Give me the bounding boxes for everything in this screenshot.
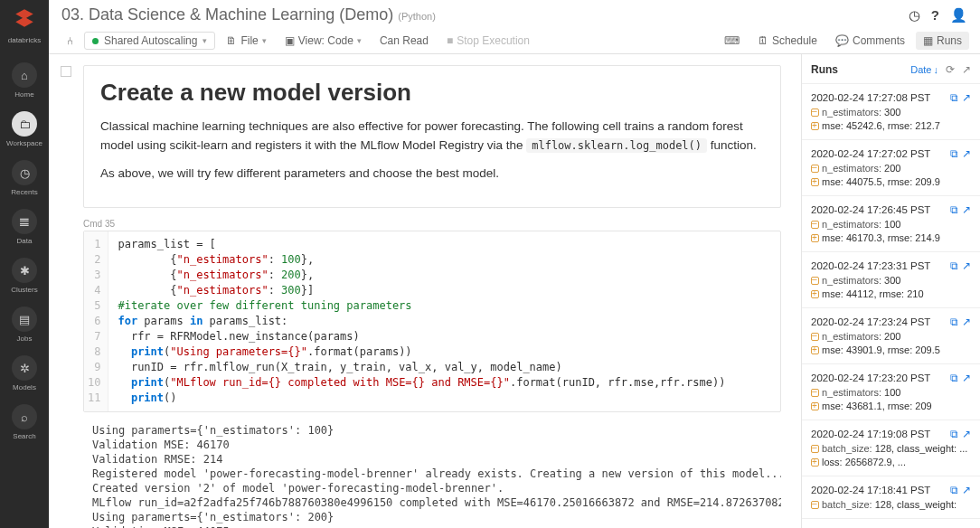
cell-output: Using paramerts={'n_estimators': 100} Va… [83, 418, 781, 528]
run-item[interactable]: 2020-02-24 17:19:08 PST⧉↗ batch_size: 12… [802, 420, 980, 476]
databricks-logo-icon [13, 7, 36, 31]
image-icon: ▣ [285, 34, 295, 47]
database-icon: 𝌆 [12, 209, 37, 234]
run-item[interactable]: 2020-02-24 17:27:02 PST⧉↗ n_estimators: … [802, 140, 980, 196]
calendar-icon: ▤ [12, 306, 37, 332]
sidebar-item-jobs[interactable]: ▤ Jobs [0, 299, 49, 348]
code-editor[interactable]: params_list = [ {"n_estimators": 100}, {… [108, 231, 734, 411]
external-link-icon[interactable]: ↗ [962, 203, 971, 216]
param-collapse-icon[interactable] [811, 108, 819, 117]
folder-icon: 🗀 [12, 111, 37, 137]
metric-expand-icon[interactable] [811, 458, 819, 467]
param-collapse-icon[interactable] [811, 501, 819, 509]
file-menu[interactable]: 🗎 File ▾ [219, 32, 273, 50]
metric-expand-icon[interactable] [811, 402, 819, 410]
sidebar-item-clusters[interactable]: ✱ Clusters [0, 250, 49, 299]
notebook-body: Create a new model version Classical mac… [49, 54, 801, 528]
detach-icon[interactable]: ⑃ [60, 32, 80, 50]
param-collapse-icon[interactable] [811, 333, 819, 341]
external-link-icon[interactable]: ↗ [962, 63, 971, 76]
calendar-icon: 🗓 [758, 34, 768, 47]
copy-icon[interactable]: ⧉ [950, 203, 958, 216]
run-item[interactable]: 2020-02-24 17:27:08 PST⧉↗ n_estimators: … [802, 84, 980, 140]
run-item[interactable]: 2020-02-24 17:23:20 PST⧉↗ n_estimators: … [802, 364, 980, 420]
copy-icon[interactable]: ⧉ [950, 91, 958, 104]
notebook-toolbar: ⑃ Shared Autoscaling ▾ 🗎 File ▾ ▣ View: … [49, 28, 980, 54]
models-icon: ✲ [12, 355, 37, 381]
metric-expand-icon[interactable] [811, 234, 819, 242]
sidebar-item-search[interactable]: ⌕ Search [0, 397, 49, 446]
run-item[interactable]: 2020-02-24 17:23:24 PST⧉↗ n_estimators: … [802, 308, 980, 364]
home-icon: ⌂ [12, 62, 37, 88]
search-icon: ⌕ [12, 404, 37, 429]
file-icon: 🗎 [226, 34, 237, 47]
copy-icon[interactable]: ⧉ [950, 484, 958, 496]
metric-expand-icon[interactable] [811, 122, 819, 130]
sidebar-item-workspace[interactable]: 🗀 Workspace [0, 104, 49, 153]
cluster-icon: ✱ [12, 258, 37, 283]
external-link-icon[interactable]: ↗ [962, 316, 971, 328]
md-paragraph-1b: function. [711, 138, 757, 152]
arrow-down-icon: ↓ [934, 64, 939, 75]
run-item[interactable]: 2020-02-24 17:23:31 PST⧉↗ n_estimators: … [802, 252, 980, 308]
cell-collapse-toggle[interactable] [61, 66, 71, 77]
runs-toggle-button[interactable]: ▦ Runs [916, 32, 969, 50]
metric-expand-icon[interactable] [811, 178, 819, 186]
md-heading: Create a new model version [100, 79, 764, 107]
chevron-down-icon: ▾ [357, 36, 362, 45]
status-dot-icon [92, 38, 99, 44]
help-icon[interactable]: ? [931, 7, 939, 24]
sidebar-item-data[interactable]: 𝌆 Data [0, 202, 49, 250]
left-sidebar: databricks ⌂ Home 🗀 Workspace ◷ Recents … [0, 0, 49, 528]
sidebar-item-recents[interactable]: ◷ Recents [0, 153, 49, 202]
markdown-cell[interactable]: Create a new model version Classical mac… [83, 65, 781, 208]
refresh-icon[interactable]: ⟳ [946, 63, 955, 76]
line-gutter: 1234567891011 [84, 231, 108, 411]
notebook-header: 03. Data Science & Machine Learning (Dem… [49, 0, 980, 28]
schedule-button[interactable]: 🗓 Schedule [750, 32, 825, 50]
external-link-icon[interactable]: ↗ [962, 147, 971, 160]
param-collapse-icon[interactable] [811, 221, 819, 229]
copy-icon[interactable]: ⧉ [950, 372, 958, 384]
run-item[interactable]: 2020-02-24 17:18:41 PST⧉↗ batch_size: 12… [802, 476, 980, 519]
metric-expand-icon[interactable] [811, 346, 819, 354]
param-collapse-icon[interactable] [811, 165, 819, 173]
runs-sort-button[interactable]: Date ↓ [910, 64, 938, 75]
run-timestamp: 2020-02-24 17:18:41 PST [811, 485, 947, 495]
keyboard-icon[interactable]: ⌨ [717, 32, 747, 50]
cluster-selector[interactable]: Shared Autoscaling ▾ [84, 32, 215, 50]
external-link-icon[interactable]: ↗ [962, 428, 971, 440]
external-link-icon[interactable]: ↗ [962, 91, 971, 104]
stop-icon: ■ [447, 34, 453, 47]
comment-icon: 💬 [835, 34, 849, 47]
copy-icon[interactable]: ⧉ [950, 259, 958, 272]
external-link-icon[interactable]: ↗ [962, 259, 971, 272]
run-item[interactable]: 2020-02-24 17:26:45 PST⧉↗ n_estimators: … [802, 196, 980, 252]
clock-history-icon[interactable]: ◷ [909, 7, 920, 24]
cluster-name: Shared Autoscaling [104, 34, 197, 47]
permissions-indicator[interactable]: Can Read [372, 32, 436, 50]
md-paragraph-2: As above, we will try few different para… [100, 165, 764, 184]
copy-icon[interactable]: ⧉ [950, 147, 958, 160]
copy-icon[interactable]: ⧉ [950, 428, 958, 440]
param-collapse-icon[interactable] [811, 389, 819, 397]
param-collapse-icon[interactable] [811, 445, 819, 453]
metric-expand-icon[interactable] [811, 290, 819, 298]
cmd-label: Cmd 35 [83, 219, 801, 229]
code-cell[interactable]: 1234567891011 params_list = [ {"n_estima… [83, 231, 781, 412]
param-collapse-icon[interactable] [811, 277, 819, 285]
copy-icon[interactable]: ⧉ [950, 316, 958, 328]
sidebar-item-models[interactable]: ✲ Models [0, 348, 49, 397]
user-icon[interactable]: 👤 [950, 7, 967, 24]
comments-button[interactable]: 💬 Comments [828, 32, 912, 50]
chevron-down-icon: ▾ [262, 36, 267, 45]
runs-list: 2020-02-24 17:27:08 PST⧉↗ n_estimators: … [802, 84, 980, 519]
notebook-language: (Python) [398, 11, 436, 22]
external-link-icon[interactable]: ↗ [962, 372, 971, 384]
view-menu[interactable]: ▣ View: Code ▾ [278, 32, 369, 50]
sidebar-item-home[interactable]: ⌂ Home [0, 55, 49, 104]
external-link-icon[interactable]: ↗ [962, 484, 971, 496]
md-inline-code: mlflow.sklearn.log_model() [526, 138, 707, 153]
stop-execution-button[interactable]: ■ Stop Execution [439, 32, 537, 50]
notebook-title: 03. Data Science & Machine Learning (Dem… [61, 5, 393, 24]
